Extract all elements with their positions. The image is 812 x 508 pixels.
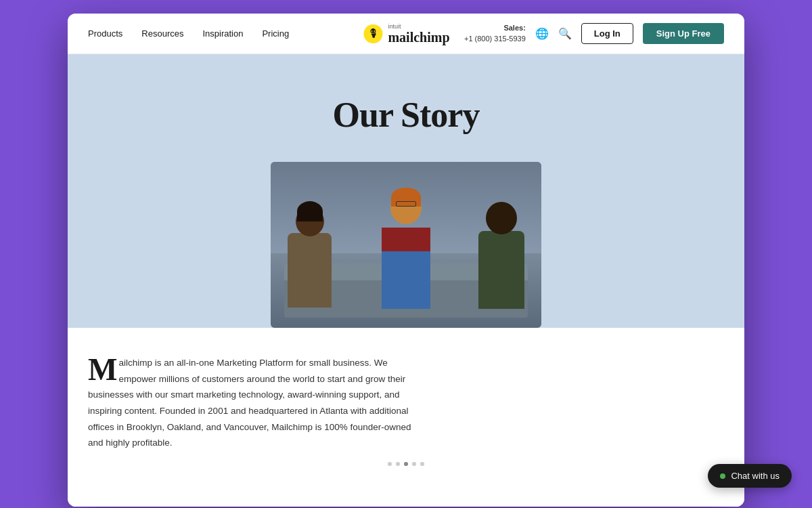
dot-5 [420, 462, 424, 466]
hero-image [271, 162, 541, 328]
person-center-glasses [396, 201, 416, 207]
hero-section: Our Story [68, 54, 744, 328]
story-body-text: ailchimp is an all-in-one Marketing Plat… [88, 358, 411, 448]
nav-center-logo: intuit mailchimp [362, 23, 449, 45]
nav-pricing[interactable]: Pricing [262, 28, 289, 39]
chat-label: Chat with us [731, 471, 744, 481]
person-right-head [486, 202, 517, 234]
pagination-dots [88, 451, 724, 473]
intuit-label: intuit [388, 23, 449, 30]
browser-window: Products Resources Inspiration Pricing [68, 14, 744, 507]
person-left-body [288, 233, 332, 308]
person-center-body [382, 228, 430, 309]
nav-products[interactable]: Products [88, 28, 122, 39]
person-center-head [390, 192, 422, 224]
dot-3-active [404, 462, 408, 466]
story-paragraph: Mailchimp is an all-in-one Marketing Pla… [88, 355, 413, 451]
person-left [288, 207, 332, 308]
login-button[interactable]: Log In [581, 23, 633, 44]
nav-right: Sales: +1 (800) 315-5939 🌐 🔍 Log In Sign… [406, 23, 724, 44]
page-title: Our Story [333, 95, 480, 135]
navbar: Products Resources Inspiration Pricing [68, 14, 744, 54]
chat-widget[interactable]: Chat with us [708, 464, 744, 488]
nav-inspiration[interactable]: Inspiration [202, 28, 243, 39]
logo-text-container: intuit mailchimp [388, 23, 449, 44]
signup-button[interactable]: Sign Up Free [643, 23, 724, 44]
content-section: Mailchimp is an all-in-one Marketing Pla… [68, 328, 744, 507]
sales-info: Sales: +1 (800) 315-5939 [464, 23, 526, 44]
sales-phone: +1 (800) 315-5939 [464, 34, 526, 44]
globe-icon[interactable]: 🌐 [535, 27, 549, 40]
chat-status-dot [720, 473, 725, 479]
person-right-body [478, 231, 524, 309]
logo-container[interactable]: intuit mailchimp [362, 23, 449, 45]
person-left-hair [297, 201, 323, 221]
story-photo [271, 162, 541, 328]
search-icon[interactable]: 🔍 [558, 27, 572, 40]
svg-point-1 [371, 30, 372, 32]
nav-resources[interactable]: Resources [141, 28, 183, 39]
dot-2 [396, 462, 400, 466]
nav-left: Products Resources Inspiration Pricing [88, 28, 406, 39]
person-center-shirt-detail [382, 228, 430, 251]
person-right [478, 202, 524, 309]
mailchimp-logo-icon [362, 23, 384, 45]
sales-label: Sales: [464, 23, 526, 33]
dot-1 [388, 462, 392, 466]
person-center [382, 192, 430, 309]
drop-cap-letter: M [88, 358, 117, 383]
mailchimp-label: mailchimp [388, 30, 449, 44]
svg-point-2 [374, 30, 375, 32]
dot-4 [412, 462, 416, 466]
page-background: Products Resources Inspiration Pricing [54, 0, 758, 508]
person-left-head [296, 207, 324, 236]
